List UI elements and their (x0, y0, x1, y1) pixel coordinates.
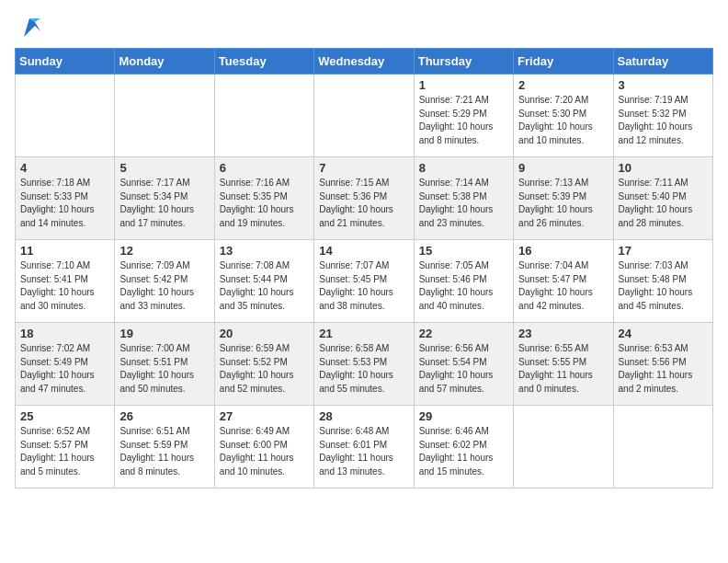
col-header-friday: Friday (514, 49, 613, 75)
day-info: Sunrise: 7:05 AMSunset: 5:46 PMDaylight:… (419, 259, 508, 313)
day-number: 24 (619, 327, 708, 340)
col-header-thursday: Thursday (414, 49, 513, 75)
calendar-cell: 23Sunrise: 6:55 AMSunset: 5:55 PMDayligh… (514, 323, 613, 406)
day-number: 20 (220, 327, 309, 340)
day-number: 7 (319, 161, 408, 175)
day-info: Sunrise: 7:04 AMSunset: 5:47 PMDaylight:… (518, 259, 608, 313)
day-number: 16 (518, 244, 608, 258)
day-number: 15 (419, 244, 508, 258)
day-info: Sunrise: 7:15 AMSunset: 5:36 PMDaylight:… (319, 177, 408, 230)
calendar-cell: 5Sunrise: 7:17 AMSunset: 5:34 PMDaylight… (115, 157, 214, 240)
day-number: 21 (319, 327, 408, 340)
day-number: 2 (518, 78, 608, 92)
day-info: Sunrise: 7:03 AMSunset: 5:48 PMDaylight:… (619, 259, 708, 313)
day-info: Sunrise: 6:51 AMSunset: 5:59 PMDaylight:… (119, 425, 209, 478)
day-number: 22 (419, 327, 508, 340)
day-info: Sunrise: 7:19 AMSunset: 5:32 PMDaylight:… (619, 94, 708, 147)
day-number: 23 (518, 327, 608, 340)
calendar-week-1: 1Sunrise: 7:21 AMSunset: 5:29 PMDaylight… (16, 75, 713, 157)
day-number: 3 (619, 78, 708, 92)
day-info: Sunrise: 7:20 AMSunset: 5:30 PMDaylight:… (518, 94, 608, 147)
day-number: 12 (119, 244, 209, 258)
day-info: Sunrise: 6:49 AMSunset: 6:00 PMDaylight:… (220, 425, 309, 478)
calendar-cell: 20Sunrise: 6:59 AMSunset: 5:52 PMDayligh… (214, 323, 313, 406)
day-info: Sunrise: 7:02 AMSunset: 5:49 PMDaylight:… (20, 342, 109, 396)
calendar-cell: 2Sunrise: 7:20 AMSunset: 5:30 PMDaylight… (514, 75, 613, 157)
day-number: 4 (20, 161, 109, 175)
calendar-cell: 24Sunrise: 6:53 AMSunset: 5:56 PMDayligh… (613, 323, 712, 406)
calendar-table: SundayMondayTuesdayWednesdayThursdayFrid… (15, 48, 713, 488)
day-number: 29 (419, 409, 508, 423)
calendar-cell: 7Sunrise: 7:15 AMSunset: 5:36 PMDaylight… (314, 157, 414, 240)
day-info: Sunrise: 6:53 AMSunset: 5:56 PMDaylight:… (619, 342, 708, 396)
logo-icon (17, 15, 42, 40)
logo (15, 15, 42, 40)
calendar-cell: 3Sunrise: 7:19 AMSunset: 5:32 PMDaylight… (613, 75, 712, 157)
calendar-cell (613, 406, 712, 488)
calendar-cell: 15Sunrise: 7:05 AMSunset: 5:46 PMDayligh… (414, 240, 513, 323)
day-info: Sunrise: 6:58 AMSunset: 5:53 PMDaylight:… (319, 342, 408, 396)
calendar-cell: 13Sunrise: 7:08 AMSunset: 5:44 PMDayligh… (214, 240, 313, 323)
day-info: Sunrise: 7:00 AMSunset: 5:51 PMDaylight:… (119, 342, 209, 396)
day-info: Sunrise: 7:08 AMSunset: 5:44 PMDaylight:… (220, 259, 309, 313)
calendar-week-5: 25Sunrise: 6:52 AMSunset: 5:57 PMDayligh… (16, 406, 713, 488)
calendar-cell: 22Sunrise: 6:56 AMSunset: 5:54 PMDayligh… (414, 323, 513, 406)
calendar-body: 1Sunrise: 7:21 AMSunset: 5:29 PMDaylight… (16, 75, 713, 488)
day-info: Sunrise: 6:55 AMSunset: 5:55 PMDaylight:… (518, 342, 608, 396)
col-header-sunday: Sunday (16, 49, 115, 75)
col-header-wednesday: Wednesday (314, 49, 414, 75)
calendar-week-3: 11Sunrise: 7:10 AMSunset: 5:41 PMDayligh… (16, 240, 713, 323)
day-info: Sunrise: 7:21 AMSunset: 5:29 PMDaylight:… (419, 94, 508, 147)
calendar-cell: 27Sunrise: 6:49 AMSunset: 6:00 PMDayligh… (214, 406, 313, 488)
day-number: 8 (419, 161, 508, 175)
day-number: 9 (518, 161, 608, 175)
day-info: Sunrise: 7:09 AMSunset: 5:42 PMDaylight:… (119, 259, 209, 313)
calendar-cell: 19Sunrise: 7:00 AMSunset: 5:51 PMDayligh… (115, 323, 214, 406)
calendar-cell: 1Sunrise: 7:21 AMSunset: 5:29 PMDaylight… (414, 75, 513, 157)
calendar-cell: 9Sunrise: 7:13 AMSunset: 5:39 PMDaylight… (514, 157, 613, 240)
calendar-cell: 4Sunrise: 7:18 AMSunset: 5:33 PMDaylight… (16, 157, 115, 240)
calendar-cell: 25Sunrise: 6:52 AMSunset: 5:57 PMDayligh… (16, 406, 115, 488)
day-number: 10 (619, 161, 708, 175)
day-info: Sunrise: 7:17 AMSunset: 5:34 PMDaylight:… (119, 177, 209, 230)
calendar-cell: 17Sunrise: 7:03 AMSunset: 5:48 PMDayligh… (613, 240, 712, 323)
day-info: Sunrise: 6:59 AMSunset: 5:52 PMDaylight:… (220, 342, 309, 396)
calendar-cell: 6Sunrise: 7:16 AMSunset: 5:35 PMDaylight… (214, 157, 313, 240)
day-info: Sunrise: 6:52 AMSunset: 5:57 PMDaylight:… (20, 425, 109, 478)
day-number: 5 (119, 161, 209, 175)
day-info: Sunrise: 7:18 AMSunset: 5:33 PMDaylight:… (20, 177, 109, 230)
calendar-cell: 18Sunrise: 7:02 AMSunset: 5:49 PMDayligh… (16, 323, 115, 406)
calendar-cell (514, 406, 613, 488)
calendar-cell: 11Sunrise: 7:10 AMSunset: 5:41 PMDayligh… (16, 240, 115, 323)
calendar-cell: 26Sunrise: 6:51 AMSunset: 5:59 PMDayligh… (115, 406, 214, 488)
calendar-cell: 10Sunrise: 7:11 AMSunset: 5:40 PMDayligh… (613, 157, 712, 240)
day-number: 28 (319, 409, 408, 423)
day-info: Sunrise: 7:10 AMSunset: 5:41 PMDaylight:… (20, 259, 109, 313)
calendar-cell (314, 75, 414, 157)
page-header (15, 15, 713, 40)
svg-marker-0 (24, 18, 40, 37)
calendar-cell: 14Sunrise: 7:07 AMSunset: 5:45 PMDayligh… (314, 240, 414, 323)
day-info: Sunrise: 7:07 AMSunset: 5:45 PMDaylight:… (319, 259, 408, 313)
calendar-cell: 16Sunrise: 7:04 AMSunset: 5:47 PMDayligh… (514, 240, 613, 323)
day-info: Sunrise: 6:48 AMSunset: 6:01 PMDaylight:… (319, 425, 408, 478)
day-number: 18 (20, 327, 109, 340)
calendar-cell (115, 75, 214, 157)
day-number: 1 (419, 78, 508, 92)
day-info: Sunrise: 7:14 AMSunset: 5:38 PMDaylight:… (419, 177, 508, 230)
day-number: 19 (119, 327, 209, 340)
day-number: 17 (619, 244, 708, 258)
day-number: 6 (220, 161, 309, 175)
day-number: 25 (20, 409, 109, 423)
day-info: Sunrise: 7:13 AMSunset: 5:39 PMDaylight:… (518, 177, 608, 230)
calendar-week-2: 4Sunrise: 7:18 AMSunset: 5:33 PMDaylight… (16, 157, 713, 240)
day-number: 14 (319, 244, 408, 258)
col-header-monday: Monday (115, 49, 214, 75)
calendar-week-4: 18Sunrise: 7:02 AMSunset: 5:49 PMDayligh… (16, 323, 713, 406)
calendar-cell (16, 75, 115, 157)
day-info: Sunrise: 7:11 AMSunset: 5:40 PMDaylight:… (619, 177, 708, 230)
calendar-header-row: SundayMondayTuesdayWednesdayThursdayFrid… (16, 49, 713, 75)
day-number: 26 (119, 409, 209, 423)
calendar-cell (214, 75, 313, 157)
day-info: Sunrise: 7:16 AMSunset: 5:35 PMDaylight:… (220, 177, 309, 230)
